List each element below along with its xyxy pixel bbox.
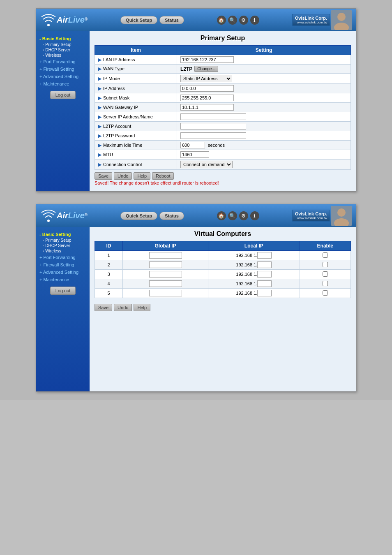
- reboot-btn-1[interactable]: Reboot: [152, 172, 174, 180]
- undo-btn-2[interactable]: Undo: [114, 304, 132, 311]
- local-ip-suffix-4[interactable]: [257, 280, 272, 287]
- status-btn-1[interactable]: Status: [159, 16, 184, 24]
- global-ip-4[interactable]: [149, 280, 182, 287]
- quick-setup-btn-2[interactable]: Quick Setup: [120, 212, 157, 220]
- sidebar-link-maintenance-2[interactable]: Maintenance: [36, 276, 90, 283]
- quick-setup-btn-1[interactable]: Quick Setup: [120, 16, 157, 24]
- sidebar-link-maintenance-1[interactable]: Maintenance: [36, 80, 90, 88]
- enable-checkbox-2[interactable]: [323, 262, 328, 267]
- enable-checkbox-4[interactable]: [323, 281, 328, 286]
- table-row: ▶MTU: [95, 150, 351, 160]
- local-ip-suffix-2[interactable]: [257, 261, 272, 268]
- search-icon-2[interactable]: 🔍: [228, 211, 237, 220]
- status-btn-2[interactable]: Status: [159, 212, 184, 220]
- sidebar-item-primary-1[interactable]: Primary Setup: [36, 42, 90, 47]
- setting-cell: [177, 93, 351, 103]
- table-row: ▶Server IP Address/Name: [95, 112, 351, 122]
- sidebar-item-primary-2[interactable]: Primary Setup: [36, 238, 90, 243]
- enable-checkbox-5[interactable]: [323, 290, 328, 296]
- save-btn-2[interactable]: Save: [95, 304, 112, 311]
- l2tp-password-input[interactable]: [180, 132, 246, 139]
- ip-mode-select[interactable]: Static IP Address Dynamic IP Address: [180, 75, 232, 82]
- arrow-icon: ▶: [98, 76, 101, 81]
- global-ip-1[interactable]: [149, 252, 182, 259]
- item-cell: ▶L2TP Password: [95, 131, 177, 141]
- help-btn-2[interactable]: Help: [134, 304, 150, 311]
- local-ip-suffix-5[interactable]: [257, 290, 272, 296]
- nav-buttons-1: Quick Setup Status: [120, 16, 184, 24]
- sidebar-link-firewall-1[interactable]: Firewall Setting: [36, 65, 90, 73]
- help-btn-1[interactable]: Help: [134, 172, 150, 180]
- undo-btn-1[interactable]: Undo: [114, 172, 132, 180]
- person-photo-1: [331, 10, 352, 30]
- table-row: ▶Maximum Idle Time seconds: [95, 141, 351, 150]
- logo-air-1: Air: [57, 15, 68, 24]
- brand-box-1: OvisLink Corp. www.ovislink.com.tw: [292, 14, 330, 26]
- save-btn-1[interactable]: Save: [95, 172, 112, 180]
- gear-icon-2[interactable]: ⚙: [239, 211, 248, 220]
- l2tp-account-input[interactable]: [180, 123, 246, 130]
- signal-logo-icon: [40, 13, 57, 27]
- logout-btn-2[interactable]: Log out: [50, 287, 76, 295]
- gear-icon-1[interactable]: ⚙: [239, 16, 248, 25]
- local-ip-suffix-3[interactable]: [257, 271, 272, 278]
- ip-prefix-2: 192.168.1.: [236, 262, 257, 267]
- search-icon-1[interactable]: 🔍: [228, 16, 237, 25]
- logo-text-1: AirLive®: [57, 15, 88, 25]
- setting-cell: [177, 112, 351, 122]
- wan-change-btn[interactable]: Change...: [194, 66, 218, 72]
- vc-enable-cell: [300, 260, 350, 270]
- arrow-icon: ▶: [98, 57, 101, 62]
- panel-body-2: - Basic Setting Primary Setup DHCP Serve…: [36, 227, 356, 391]
- item-cell: ▶WAN Type: [95, 65, 177, 74]
- item-cell: ▶IP Mode: [95, 74, 177, 84]
- local-ip-suffix-1[interactable]: [257, 252, 272, 259]
- enable-checkbox-1[interactable]: [323, 252, 328, 258]
- vc-id-cell: 2: [95, 260, 123, 270]
- logo-text-2: AirLive®: [57, 211, 88, 220]
- logout-btn-1[interactable]: Log out: [50, 91, 76, 99]
- info-icon-1[interactable]: ℹ: [250, 16, 259, 25]
- wan-type-label: L2TP: [180, 66, 192, 72]
- logo-live-1: Live: [68, 15, 85, 24]
- signal-logo-icon-2: [40, 208, 57, 223]
- vc-id-cell: 4: [95, 279, 123, 289]
- sidebar-link-advanced-1[interactable]: Advanced Setting: [36, 73, 90, 80]
- home-icon-2[interactable]: 🏠: [217, 211, 226, 220]
- connection-control-select[interactable]: Connect-on-demand Keep Alive Manual: [180, 161, 233, 168]
- sidebar-link-firewall-2[interactable]: Firewall Setting: [36, 261, 90, 268]
- ip-address-input[interactable]: [180, 85, 234, 92]
- vc-local-ip-cell: 192.168.1.: [208, 289, 300, 298]
- sidebar-link-portfw-1[interactable]: Port Forwarding: [36, 58, 90, 65]
- arrow-icon: ▶: [98, 95, 101, 100]
- table-row: 1 192.168.1.: [95, 251, 351, 260]
- table-row: ▶IP Address: [95, 84, 351, 93]
- enable-checkbox-3[interactable]: [323, 271, 328, 277]
- sidebar-item-wireless-2[interactable]: Wireless: [36, 248, 90, 254]
- global-ip-3[interactable]: [149, 271, 182, 278]
- global-ip-5[interactable]: [149, 290, 182, 296]
- sidebar-item-dhcp-1[interactable]: DHCP Server: [36, 47, 90, 53]
- sidebar-link-advanced-2[interactable]: Advanced Setting: [36, 268, 90, 276]
- info-icon-2[interactable]: ℹ: [250, 211, 259, 220]
- server-ip-input[interactable]: [180, 113, 246, 120]
- subnet-mask-input[interactable]: [180, 95, 234, 101]
- lan-ip-input[interactable]: [180, 56, 234, 63]
- table-row: ▶Subnet Mask: [95, 93, 351, 103]
- sidebar-item-wireless-1[interactable]: Wireless: [36, 53, 90, 58]
- gateway-ip-input[interactable]: [180, 104, 234, 111]
- router-panel-vc: AirLive® Quick Setup Status 🏠 🔍 ⚙ ℹ Ovis…: [36, 204, 356, 392]
- arrow-icon: ▶: [98, 162, 101, 167]
- person-svg-2: [331, 206, 352, 226]
- sidebar-item-dhcp-2[interactable]: DHCP Server: [36, 243, 90, 248]
- mtu-input[interactable]: [180, 151, 209, 158]
- ip-combo-2: 192.168.1.: [212, 261, 295, 268]
- router-panel-primary: AirLive® Quick Setup Status 🏠 🔍 ⚙ ℹ Ovis…: [36, 8, 356, 192]
- vc-enable-cell: [300, 251, 350, 260]
- sidebar-link-portfw-2[interactable]: Port Forwarding: [36, 254, 90, 261]
- idle-time-input[interactable]: [180, 142, 205, 148]
- table-row: ▶LAN IP Address: [95, 55, 351, 65]
- home-icon-1[interactable]: 🏠: [217, 16, 226, 25]
- person-photo-2: [331, 206, 352, 226]
- global-ip-2[interactable]: [149, 261, 182, 268]
